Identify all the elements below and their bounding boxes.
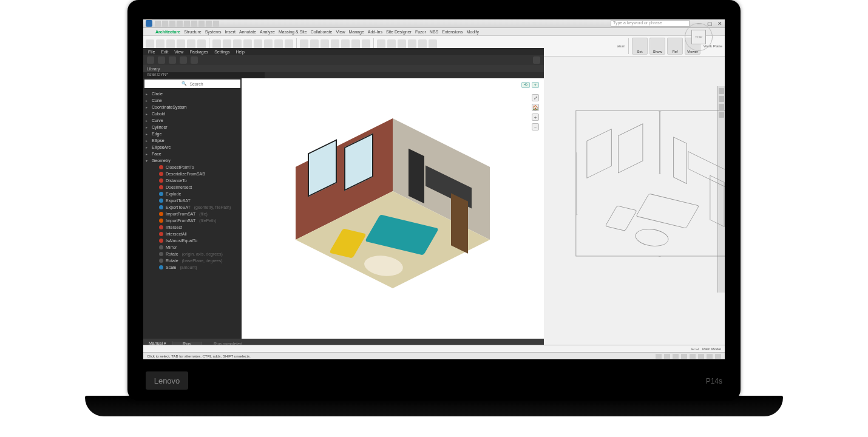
tree-node[interactable]: DoesIntersect — [143, 184, 242, 191]
ribbon-tab[interactable]: Collaborate — [311, 30, 333, 34]
show-workplane-button[interactable]: Show — [649, 38, 665, 55]
library-tree[interactable]: CircleConeCoordinateSystemCuboidCurveCyl… — [143, 89, 242, 339]
dynamo-menu[interactable]: FileEditViewPackagesSettingsHelp — [143, 48, 544, 55]
tree-node[interactable]: ExportToSAT(geometry, filePath) — [143, 204, 242, 211]
new-icon[interactable] — [147, 56, 154, 64]
ribbon-tabs[interactable]: ArchitectureStructureSystemsInsertAnnota… — [143, 28, 725, 36]
tree-node[interactable]: ClosestPointTo — [143, 164, 242, 171]
dynamo-canvas[interactable]: ⟲ ⌖ ⤢ 🏠 ＋ － — [242, 78, 544, 339]
tree-category[interactable]: Cylinder — [143, 124, 242, 130]
tree-node[interactable]: IntersectAll — [143, 231, 242, 237]
ribbon-tab[interactable]: NBS — [430, 30, 438, 34]
screen: Type a keyword or phrase — ▢ ✕ Architect… — [143, 19, 725, 359]
tree-category[interactable]: Ellipse — [143, 137, 242, 144]
ribbon-tab[interactable]: View — [336, 30, 345, 34]
ribbon-tab[interactable]: Extensions — [442, 30, 463, 34]
view-cube[interactable]: TOP — [685, 23, 713, 51]
ribbon-tab[interactable]: Manage — [348, 30, 364, 34]
fit-icon[interactable]: ⤢ — [532, 94, 539, 101]
ribbon-tab[interactable]: Annotate — [239, 30, 256, 34]
zoom-in-icon[interactable]: ＋ — [532, 113, 539, 121]
ribbon-tab[interactable]: Fuzor — [415, 30, 426, 34]
quick-access-toolbar[interactable] — [155, 21, 219, 27]
tree-node[interactable]: ImportFromSAT(file) — [143, 211, 242, 217]
tree-category[interactable]: Face — [143, 151, 242, 157]
tree-node[interactable]: ImportFromSAT(filePath) — [143, 217, 242, 224]
tree-node[interactable]: Explode — [143, 191, 242, 197]
library-header: Library — [143, 65, 544, 72]
laptop-brand: Lenovo — [146, 371, 188, 390]
library-search-input[interactable]: 🔍 Search — [144, 80, 240, 88]
status-hint: Click to select, TAB for alternates, CTR… — [147, 354, 251, 358]
steering-wheel-icon[interactable] — [719, 88, 724, 94]
menu-item[interactable]: Settings — [214, 50, 229, 54]
set-workplane-button[interactable]: Set — [632, 38, 648, 55]
close-button[interactable]: ✕ — [717, 21, 722, 27]
tree-node[interactable]: Intersect — [143, 224, 242, 231]
ribbon-tab[interactable]: Insert — [225, 30, 236, 34]
graph-tab[interactable]: nster.DYN* — [143, 72, 265, 78]
wireframe-viewport[interactable] — [562, 98, 725, 250]
badge-icon: ⟲ — [521, 82, 530, 88]
tree-category[interactable]: Geometry — [143, 157, 242, 164]
tree-node[interactable]: IsAlmostEqualTo — [143, 237, 242, 244]
menu-item[interactable]: View — [174, 50, 183, 54]
dynamo-window: FileEditViewPackagesSettingsHelp Library… — [143, 48, 544, 348]
ribbon-tab[interactable]: Massing & Site — [279, 30, 307, 34]
canvas-badges: ⟲ ⌖ — [521, 82, 539, 88]
status-bar: Click to select, TAB for alternates, CTR… — [143, 352, 725, 359]
ribbon-tab[interactable]: Add-Ins — [368, 30, 382, 34]
ribbon-tab[interactable]: Systems — [205, 30, 222, 34]
menu-item[interactable]: Packages — [189, 50, 208, 54]
tree-node[interactable]: Scale(amount) — [143, 264, 242, 271]
tree-category[interactable]: CoordinateSystem — [143, 104, 242, 110]
tree-category[interactable]: Circle — [143, 90, 242, 97]
tree-node[interactable]: Mirror — [143, 244, 242, 251]
laptop-model: P14s — [706, 377, 722, 385]
menu-item[interactable]: File — [148, 50, 155, 54]
revit-titlebar: Type a keyword or phrase — ▢ ✕ — [143, 19, 725, 28]
dynamo-toolbar[interactable] — [143, 55, 544, 65]
ribbon-tab[interactable]: Site Designer — [386, 30, 412, 34]
tree-node[interactable]: DeserializeFromSAB — [143, 171, 242, 177]
library-panel: 🔍 Search CircleConeCoordinateSystemCuboi… — [143, 78, 242, 339]
ref-plane-button[interactable]: Ref — [667, 38, 683, 55]
zoom-in-icon[interactable]: 🏠 — [532, 104, 539, 111]
ribbon-tab[interactable]: Structure — [184, 30, 201, 34]
ribbon-tab[interactable]: Modify — [467, 30, 480, 34]
menu-item[interactable]: Help — [236, 50, 244, 54]
app-logo-icon — [146, 20, 152, 27]
menu-item[interactable]: Edit — [161, 50, 168, 54]
ribbon-tab[interactable]: Architecture — [155, 30, 180, 34]
undo-icon[interactable] — [180, 56, 187, 64]
ribbon-tab[interactable]: Analyze — [260, 30, 275, 34]
badge-icon: ⌖ — [532, 82, 539, 88]
tree-category[interactable]: Cuboid — [143, 110, 242, 117]
tree-category[interactable]: Edge — [143, 130, 242, 137]
tree-category[interactable]: Cone — [143, 97, 242, 104]
search-icon: 🔍 — [181, 81, 187, 86]
tree-node[interactable]: DistanceTo — [143, 177, 242, 184]
tree-node[interactable]: Rotate(basePlane, degrees) — [143, 257, 242, 264]
rendered-room-graphic — [296, 118, 490, 288]
open-icon[interactable] — [158, 56, 165, 64]
zoom-out-icon[interactable]: － — [532, 123, 539, 130]
view-tabs-bar[interactable]: ⊞ ⊟ Main Model — [143, 345, 725, 352]
tree-node[interactable]: Rotate(origin, axis, degrees) — [143, 251, 242, 257]
redo-icon[interactable] — [191, 56, 198, 64]
help-search-input[interactable]: Type a keyword or phrase — [611, 20, 690, 27]
tree-category[interactable]: EllipseArc — [143, 144, 242, 151]
ribbon-label-datum: atum — [617, 44, 625, 48]
save-icon[interactable] — [169, 56, 176, 64]
screenshot-icon[interactable] — [533, 56, 540, 64]
tree-category[interactable]: Curve — [143, 117, 242, 124]
tree-node[interactable]: ExportToSAT — [143, 197, 242, 204]
